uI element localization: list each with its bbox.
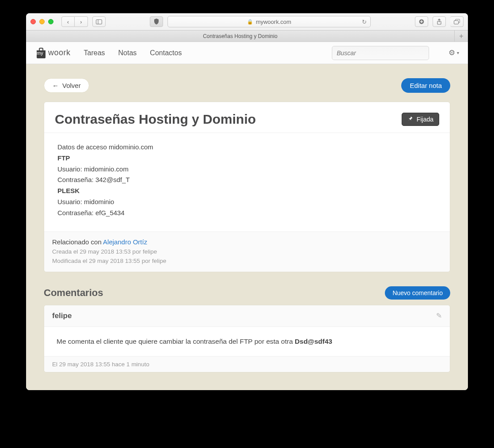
share-button[interactable] — [433, 16, 446, 27]
nav-tareas[interactable]: Tareas — [84, 49, 105, 57]
gear-icon: ⚙ — [448, 48, 455, 57]
note-footer: Relacionado con Alejandro Ortíz Creada e… — [44, 232, 450, 272]
new-comment-button[interactable]: Nuevo comentario — [385, 286, 450, 300]
nav-contactos[interactable]: Contactos — [150, 49, 182, 57]
new-comment-label: Nuevo comentario — [392, 289, 443, 296]
tabs-button[interactable] — [450, 16, 464, 27]
pencil-icon[interactable]: ✎ — [436, 311, 442, 320]
note-line: Usuario: midominio.com — [57, 164, 437, 175]
edit-note-label: Editar nota — [410, 82, 442, 89]
arrow-left-icon: ← — [52, 82, 59, 89]
comment-author: felipe — [52, 311, 72, 320]
url-text: mywoork.com — [256, 19, 291, 25]
page-body: ← Volver Editar nota Contraseñas Hosting… — [26, 64, 468, 377]
comment-card: felipe ✎ Me comenta el cliente que quier… — [44, 305, 450, 372]
tab-bar: Contraseñas Hosting y Dominio + — [26, 30, 468, 42]
comment-body: Me comenta el cliente que quiere cambiar… — [44, 327, 450, 356]
chevron-down-icon: ▾ — [457, 50, 459, 55]
note-line: PLESK — [57, 186, 437, 197]
address-bar[interactable]: 🔒 mywoork.com ↻ — [167, 16, 371, 27]
modified-meta: Modificada el 29 may 2018 13:55 por feli… — [52, 257, 442, 266]
logo-mark-icon: my — [35, 47, 47, 59]
maximize-window-icon[interactable] — [48, 19, 53, 24]
edit-note-button[interactable]: Editar nota — [401, 78, 450, 93]
browser-window: ‹ › 🔒 mywoork.com ↻ — [26, 13, 468, 390]
privacy-shield-button[interactable] — [150, 16, 163, 27]
settings-menu[interactable]: ⚙ ▾ — [448, 48, 459, 57]
note-line: Usuario: midominio — [57, 197, 437, 208]
browser-toolbar: ‹ › 🔒 mywoork.com ↻ — [26, 13, 468, 30]
reload-icon[interactable]: ↻ — [362, 19, 367, 25]
browser-tab[interactable]: Contraseñas Hosting y Dominio — [26, 30, 455, 42]
lock-icon: 🔒 — [247, 19, 253, 25]
browser-chrome: ‹ › 🔒 mywoork.com ↻ — [26, 13, 468, 42]
comments-heading: Comentarios — [44, 287, 103, 299]
related-contact: Relacionado con Alejandro Ortíz — [52, 238, 442, 246]
pin-icon — [407, 116, 413, 123]
app-header: my woork Tareas Notas Contactos ⚙ ▾ — [26, 42, 468, 64]
logo-text: woork — [48, 48, 71, 57]
minimize-window-icon[interactable] — [39, 19, 45, 24]
back-button[interactable]: ‹ — [61, 16, 75, 27]
note-title: Contraseñas Hosting y Dominio — [55, 112, 256, 126]
svg-rect-5 — [454, 21, 458, 24]
search-input[interactable] — [332, 46, 429, 60]
comment-text-bold: Dsd@sdf43 — [295, 338, 332, 345]
forward-button[interactable]: › — [75, 16, 88, 27]
note-line: Contraseña: efG_5434 — [57, 208, 437, 219]
download-button[interactable] — [415, 16, 428, 27]
sidebar-toggle-button[interactable] — [92, 16, 106, 27]
note-body: Datos de acceso midominio.com FTP Usuari… — [44, 133, 450, 232]
note-line: Contraseña: 342@sdf_T — [57, 175, 437, 186]
nav-buttons: ‹ › — [61, 16, 88, 27]
note-line: FTP — [57, 153, 437, 164]
svg-rect-0 — [96, 19, 102, 24]
note-card: Contraseñas Hosting y Dominio Fijada Dat… — [44, 102, 450, 272]
note-line: Datos de acceso midominio.com — [57, 142, 437, 153]
comment-footer: El 29 may 2018 13:55 hace 1 minuto — [44, 356, 450, 372]
created-meta: Creada el 29 may 2018 13:53 por felipe — [52, 247, 442, 256]
comment-header: felipe ✎ — [44, 305, 450, 327]
pinned-label: Fijada — [417, 116, 433, 123]
new-tab-button[interactable]: + — [455, 30, 468, 42]
related-contact-link[interactable]: Alejandro Ortíz — [103, 238, 147, 246]
window-controls — [30, 19, 53, 24]
back-label: Volver — [62, 82, 81, 89]
comment-timestamp: El 29 may 2018 13:55 hace 1 minuto — [52, 361, 149, 368]
note-card-header: Contraseñas Hosting y Dominio Fijada — [44, 102, 450, 133]
close-window-icon[interactable] — [30, 19, 36, 24]
tab-title: Contraseñas Hosting y Dominio — [203, 33, 277, 39]
back-button[interactable]: ← Volver — [44, 78, 89, 93]
app-logo[interactable]: my woork — [35, 47, 71, 59]
app-content: my woork Tareas Notas Contactos ⚙ ▾ ← Vo… — [26, 42, 468, 390]
nav-notas[interactable]: Notas — [118, 49, 137, 57]
comments-header: Comentarios Nuevo comentario — [44, 286, 450, 300]
pinned-badge[interactable]: Fijada — [402, 113, 439, 126]
comment-text: Me comenta el cliente que quiere cambiar… — [57, 338, 295, 345]
page-actions: ← Volver Editar nota — [44, 78, 450, 93]
